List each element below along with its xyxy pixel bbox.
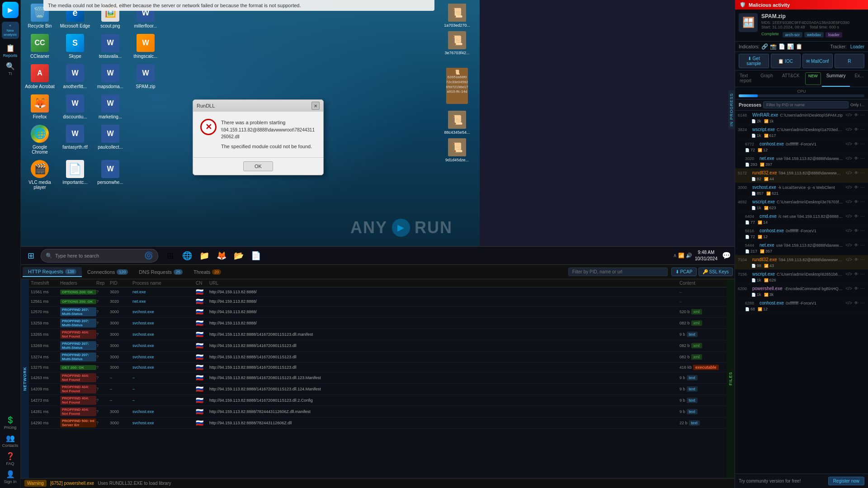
proc-icon-view[interactable]: 👁 xyxy=(854,257,859,263)
table-row[interactable]: 12570 ms PROPFIND 207: Multi-Status ? 30… xyxy=(29,306,726,318)
sidebar-item-faq[interactable]: ❓ FAQ xyxy=(2,450,19,467)
dialog-close-button[interactable]: ✕ xyxy=(311,102,320,110)
proc-icon-code[interactable]: </> xyxy=(845,300,853,306)
table-row[interactable]: 14290 ms PROPFIND 500: Int Server Err ? … xyxy=(29,418,726,429)
proc-icon-view[interactable]: 👁 xyxy=(854,170,859,176)
taskbar-search[interactable]: 🔍 Type here to search 🌀 xyxy=(41,249,158,263)
tab-new[interactable]: NEW xyxy=(805,72,821,85)
desktop-icon-vlc[interactable]: 🎬 VLC media player xyxy=(24,160,55,190)
desktop-icon-discountiu[interactable]: W discountiu... xyxy=(60,94,90,119)
tab-attck[interactable]: ATT&CK xyxy=(778,70,804,87)
proc-icon-view[interactable]: 👁 xyxy=(854,228,859,234)
taskbar-app-firefox[interactable]: 🦊 xyxy=(213,248,230,264)
desktop-icon-paulcollect[interactable]: W paulcollect... xyxy=(95,125,126,155)
tab-text-report[interactable]: Text report xyxy=(735,70,756,87)
desktop-icon-textavail[interactable]: W testavaila... xyxy=(95,34,126,59)
proc-icon-view[interactable]: 👁 xyxy=(854,112,859,118)
proc-icon-more[interactable]: ⋯ xyxy=(860,112,865,118)
proc-icon-view[interactable]: 👁 xyxy=(854,242,859,248)
proc-icon-more[interactable]: ⋯ xyxy=(860,141,865,147)
process-item[interactable]: 5444 net.exe use \\94.159.113.82@8888\da… xyxy=(735,241,868,255)
desktop-icon-firefox[interactable]: 🦊 Firefox xyxy=(24,94,55,119)
ind-clipboard-icon[interactable]: 📋 xyxy=(796,43,802,50)
doc-icon-9d1d4[interactable]: 📜 9d1d45dze... xyxy=(442,138,472,162)
tag-loader[interactable]: loader xyxy=(826,32,842,38)
process-item[interactable]: 6404 cmd.exe /c net use \\94.159.113.82@… xyxy=(735,212,868,226)
process-item[interactable]: 7104 rundll32.exe \\94.159.113.82@8888\d… xyxy=(735,255,868,270)
proc-icon-code[interactable]: </> xyxy=(845,213,853,219)
tab-http-requests[interactable]: HTTP Requests 138 xyxy=(23,267,82,277)
proc-icon-more[interactable]: ⋯ xyxy=(860,242,865,248)
taskbar-app-folder[interactable]: 📂 xyxy=(231,248,247,264)
ioc-button[interactable]: 📋 IOC xyxy=(771,54,801,68)
proc-icon-code[interactable]: </> xyxy=(845,170,853,176)
table-row[interactable]: 14263 ms PROPFIND 404: Not Found ? – – 🇷… xyxy=(29,372,726,384)
start-button[interactable]: ⊞ xyxy=(23,248,39,264)
process-item[interactable]: 4692 wscript.exe C:\Users\admin\Desktop\… xyxy=(735,197,868,212)
table-row[interactable]: 13265 ms PROPFIND 404: Not Found ? 3000 … xyxy=(29,329,726,340)
proc-icon-code[interactable]: </> xyxy=(845,242,853,248)
proc-icon-more[interactable]: ⋯ xyxy=(860,286,865,291)
ind-link-icon[interactable]: 🔗 xyxy=(761,43,768,50)
sidebar-item-reports[interactable]: 📋 Reports xyxy=(2,42,19,60)
desktop-icon-skype[interactable]: S Skype xyxy=(60,34,90,59)
doc-icon-3e767[interactable]: 📜 3e76703f42... xyxy=(442,31,472,55)
tag-arch-scr[interactable]: arch-scr xyxy=(783,32,803,38)
table-row[interactable]: 14273 ms PROPFIND 404: Not Found ? – – 🇷… xyxy=(29,395,726,406)
ind-chart-icon[interactable]: 📊 xyxy=(787,43,794,50)
table-row[interactable]: 12561 ms OPTIONS 200: OK ? 3020 net.exe … xyxy=(29,297,726,306)
doc-icon-88c43[interactable]: 📜 88c4345e54... xyxy=(442,111,472,135)
proc-icon-code[interactable]: </> xyxy=(845,141,853,147)
proc-icon-code[interactable]: </> xyxy=(845,286,853,291)
proc-icon-view[interactable]: 👁 xyxy=(854,271,859,277)
proc-icon-more[interactable]: ⋯ xyxy=(860,184,865,190)
process-item[interactable]: 6148 WinRAR.exe C:\Users\admin\Desktop\S… xyxy=(735,111,868,125)
desktop-icon-fantasy[interactable]: W fantasyrth.rtf xyxy=(60,125,90,155)
process-item[interactable]: 3020 net.exe use \\94.159.113.82@8888\da… xyxy=(735,154,868,169)
desktop-icon-marketing[interactable]: W marketing... xyxy=(95,94,126,119)
desktop-icon-personwhe[interactable]: W personwhe... xyxy=(95,160,126,190)
process-item[interactable]: 6772 conhost.exe 0xffffffff -ForceV1 </>… xyxy=(735,140,868,154)
desktop-icon-mapsdoma[interactable]: W mapsdoma... xyxy=(95,64,126,89)
mailconf-button[interactable]: ✉ MailConf xyxy=(802,54,833,68)
table-row[interactable]: 11561 ms OPTIONS 200: OK ? 3020 net.exe … xyxy=(29,287,726,297)
desktop-icon-ccleaner[interactable]: CC CCleaner xyxy=(24,34,55,59)
proc-icon-view[interactable]: 👁 xyxy=(854,141,859,147)
desktop-icon-important[interactable]: 📄 importantc... xyxy=(60,160,90,190)
sidebar-item-ti[interactable]: 🔍 TI xyxy=(2,61,19,78)
proc-icon-more[interactable]: ⋯ xyxy=(860,213,865,219)
table-row[interactable]: 13274 ms PROPFIND 207: Multi-Status ? 30… xyxy=(29,352,726,363)
new-analysis-button[interactable]: + New analysis xyxy=(2,22,19,39)
doc-icon-1a703[interactable]: 📜 1a703ed270... xyxy=(442,4,472,28)
table-row[interactable]: 13259 ms PROPFIND 207: Multi-Status ? 30… xyxy=(29,318,726,329)
get-sample-button[interactable]: ⬇ Get sample xyxy=(739,54,769,68)
app-logo[interactable]: ▶ xyxy=(2,2,19,18)
taskbar-app-edge[interactable]: 🌐 xyxy=(179,248,195,264)
dialog-ok-button[interactable]: OK xyxy=(243,161,273,171)
processes-filter-input[interactable] xyxy=(763,101,849,108)
process-item[interactable]: 6200 powershell.exe -EncodedCommand bgBl… xyxy=(735,284,868,299)
proc-icon-view[interactable]: 👁 xyxy=(854,155,859,161)
process-item[interactable]: 6288 conhost.exe 0xffffffff -ForceV1 </>… xyxy=(735,299,868,313)
sidebar-item-signin[interactable]: 👤 Sign In xyxy=(2,468,19,485)
desktop-icon-spam[interactable]: W SPAM.zip xyxy=(130,64,161,89)
proc-icon-view[interactable]: 👁 xyxy=(854,286,859,291)
sidebar-item-pricing[interactable]: 💲 Pricing xyxy=(2,414,19,431)
proc-icon-view[interactable]: 👁 xyxy=(854,184,859,190)
ind-doc-icon[interactable]: 📄 xyxy=(778,43,785,50)
table-row[interactable]: 14209 ms PROPFIND 404: Not Found ? – – 🇷… xyxy=(29,384,726,395)
proc-icon-view[interactable]: 👁 xyxy=(854,213,859,219)
proc-icon-more[interactable]: ⋯ xyxy=(860,300,865,306)
tab-connections[interactable]: Connections 120 xyxy=(82,267,133,277)
ind-camera-icon[interactable]: 📸 xyxy=(770,43,777,50)
desktop-icon-anotherfit[interactable]: W anotherfitt... xyxy=(60,64,90,89)
taskbar-app-files[interactable]: 📁 xyxy=(196,248,212,264)
proc-icon-code[interactable]: </> xyxy=(845,127,853,132)
r-button[interactable]: R xyxy=(835,54,865,68)
process-item[interactable]: 7156 wscript.exe C:\Users\admin\Desktop\… xyxy=(735,270,868,284)
proc-icon-code[interactable]: </> xyxy=(845,112,853,118)
proc-icon-more[interactable]: ⋯ xyxy=(860,257,865,263)
proc-icon-more[interactable]: ⋯ xyxy=(860,127,865,132)
pcap-button[interactable]: ⬇ PCAP xyxy=(671,267,697,276)
tab-dns-requests[interactable]: DNS Requests 25 xyxy=(133,267,188,277)
